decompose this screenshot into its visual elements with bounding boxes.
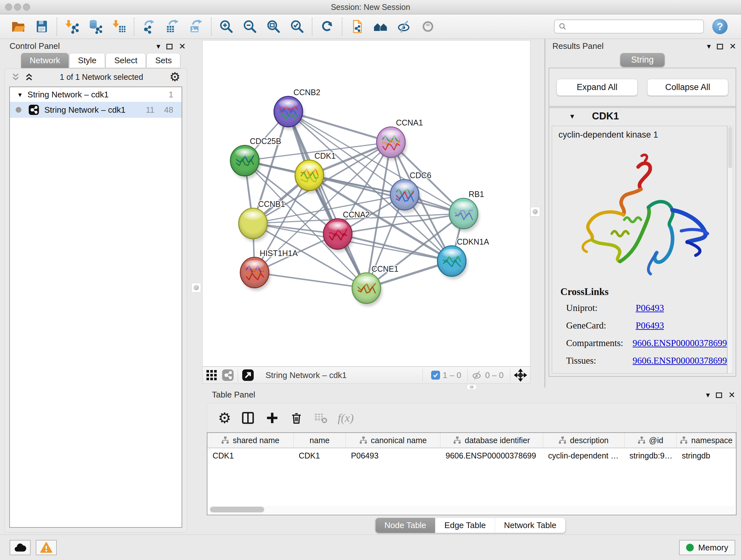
table-cell-0[interactable]: CDK1 — [207, 448, 293, 463]
delete-column-trash-icon[interactable] — [289, 411, 304, 425]
save-session-button[interactable] — [30, 16, 54, 37]
zoom-in-button[interactable] — [214, 16, 238, 37]
close-panel-icon[interactable]: ✕ — [179, 42, 186, 51]
close-panel-icon[interactable]: ✕ — [728, 390, 735, 400]
table-hscrollbar[interactable] — [209, 506, 735, 513]
node-ccna1[interactable]: CCNA1 — [377, 118, 423, 160]
float-panel-icon[interactable] — [717, 43, 724, 50]
birds-eye-icon[interactable] — [222, 369, 234, 381]
tab-string[interactable]: String — [620, 53, 665, 67]
tab-sets[interactable]: Sets — [146, 53, 180, 68]
table-cell-5[interactable]: stringdb:9… — [624, 448, 677, 463]
crosslink-link[interactable]: 9606.ENSP00000378699 — [632, 338, 727, 348]
results-panel-title: Results Panel — [552, 41, 603, 51]
tab-network-table[interactable]: Network Table — [495, 518, 565, 533]
memory-button[interactable]: Memory — [679, 540, 735, 555]
table-cell-1[interactable]: CDK1 — [293, 448, 346, 463]
crosslink-link[interactable]: P06493 — [636, 320, 664, 331]
warning-status-button[interactable] — [36, 540, 57, 555]
tab-style[interactable]: Style — [69, 53, 105, 68]
search-input[interactable] — [567, 20, 699, 33]
pan-crosshair-icon[interactable] — [514, 369, 527, 381]
tab-node-table[interactable]: Node Table — [376, 518, 435, 533]
node-ccnb2[interactable]: CCNB2 — [274, 88, 320, 130]
table-row[interactable]: CDK1CDK1P064939606.ENSP00000378699cyclin… — [207, 448, 736, 463]
edge-ccnb2-ccne1[interactable] — [288, 112, 366, 288]
float-panel-icon[interactable] — [166, 43, 173, 50]
tab-select[interactable]: Select — [106, 53, 146, 68]
collapse-triangle-icon[interactable]: ▾ — [18, 91, 22, 99]
hide-selected-button[interactable] — [393, 16, 416, 37]
table-hscrollbar-thumb[interactable] — [210, 507, 264, 512]
panel-menu-icon[interactable]: ▾ — [707, 42, 711, 51]
panel-menu-icon[interactable]: ▾ — [706, 390, 710, 399]
gene-entry-header[interactable]: ▾ CDK1 — [549, 108, 736, 125]
node-cdkn1a[interactable]: CDKN1A — [437, 237, 489, 279]
node-label-hist1h1a: HIST1H1A — [260, 249, 298, 258]
node-rb1[interactable]: RB1 — [449, 190, 484, 232]
help-button[interactable]: ? — [712, 19, 728, 34]
collapse-triangle-icon[interactable]: ▾ — [570, 112, 574, 121]
close-panel-icon[interactable]: ✕ — [729, 42, 736, 51]
table-settings-gear-icon[interactable]: ⚙ — [218, 411, 231, 425]
left-splitter-handle[interactable] — [192, 283, 201, 293]
crosslink-link[interactable]: 9606.ENSP00000378699 — [632, 355, 727, 366]
right-splitter-handle[interactable] — [530, 207, 540, 216]
string-network-graph[interactable]: CCNB2CCNA1CDC25BCDK1CDC6RB1CCNB1CCNA2CDK… — [203, 41, 530, 366]
column-header-2[interactable]: canonical name — [346, 433, 441, 448]
edge-hist1h1a-ccne1[interactable] — [255, 273, 366, 288]
tab-network[interactable]: Network — [21, 53, 69, 68]
collection-label: String Network – cdk1 — [27, 90, 109, 100]
zoom-fit-button[interactable] — [262, 16, 285, 37]
export-network-button[interactable] — [137, 16, 161, 37]
network-collection-row[interactable]: ▾ String Network – cdk1 1 — [10, 87, 182, 102]
table-cell-4[interactable]: cyclin-dependent … — [543, 448, 624, 463]
network-row[interactable]: String Network – cdk1 11 48 — [10, 102, 182, 118]
crosslink-link[interactable]: P06493 — [636, 373, 664, 374]
crosslink-link[interactable]: P06493 — [636, 303, 664, 313]
zoom-selected-button[interactable] — [285, 16, 309, 37]
column-header-0[interactable]: shared name — [207, 433, 293, 448]
results-scrollbar[interactable] — [727, 126, 733, 374]
add-column-icon[interactable] — [265, 411, 280, 425]
cloud-status-button[interactable] — [10, 540, 30, 555]
column-header-3[interactable]: database identifier — [441, 433, 543, 448]
column-header-5[interactable]: @id — [624, 433, 677, 448]
import-network-database-button[interactable] — [84, 16, 107, 37]
expand-all-button[interactable]: Expand All — [556, 79, 637, 96]
table-panel-title: Table Panel — [212, 390, 255, 400]
node-hist1h1a[interactable]: HIST1H1A — [240, 249, 298, 291]
import-network-file-button[interactable] — [60, 16, 84, 37]
float-panel-icon[interactable] — [716, 391, 723, 398]
selected-checkbox-icon[interactable] — [431, 371, 440, 380]
external-view-icon[interactable] — [242, 369, 254, 381]
table-cell-6[interactable]: stringdb — [677, 448, 736, 463]
column-header-4[interactable]: description — [543, 433, 624, 448]
column-header-6[interactable]: namespace — [677, 433, 736, 448]
edge-cdk1-rb1[interactable] — [309, 175, 463, 213]
refresh-button[interactable] — [315, 16, 339, 37]
string-homes-button[interactable] — [369, 16, 393, 37]
table-cell-2[interactable]: P06493 — [346, 448, 441, 463]
open-session-button[interactable] — [6, 16, 30, 37]
tab-edge-table[interactable]: Edge Table — [435, 518, 495, 533]
gear-icon[interactable]: ⚙ — [170, 71, 180, 83]
string-document-button[interactable] — [345, 16, 369, 37]
export-table-button[interactable] — [161, 16, 185, 37]
collapse-all-button[interactable]: Collapse All — [647, 79, 728, 96]
expand-all-chevrons-icon[interactable] — [24, 72, 33, 81]
network-canvas[interactable]: CCNB2CCNA1CDC25BCDK1CDC6RB1CCNB1CCNA2CDK… — [202, 40, 530, 367]
node-ccnb1[interactable]: CCNB1 — [239, 199, 285, 242]
panel-menu-icon[interactable]: ▾ — [156, 42, 160, 51]
export-image-button[interactable] — [185, 16, 208, 37]
column-header-1[interactable]: name — [293, 433, 346, 448]
results-scrollbar-thumb[interactable] — [728, 127, 732, 168]
status-bar: Memory — [0, 535, 741, 560]
show-columns-icon[interactable] — [241, 411, 255, 425]
show-all-button[interactable] — [416, 16, 440, 37]
collapse-all-chevrons-icon[interactable] — [11, 72, 20, 81]
zoom-out-button[interactable] — [238, 16, 262, 37]
import-table-button[interactable] — [107, 16, 131, 37]
grid-view-icon[interactable] — [206, 369, 217, 381]
table-cell-3[interactable]: 9606.ENSP00000378699 — [441, 448, 543, 463]
